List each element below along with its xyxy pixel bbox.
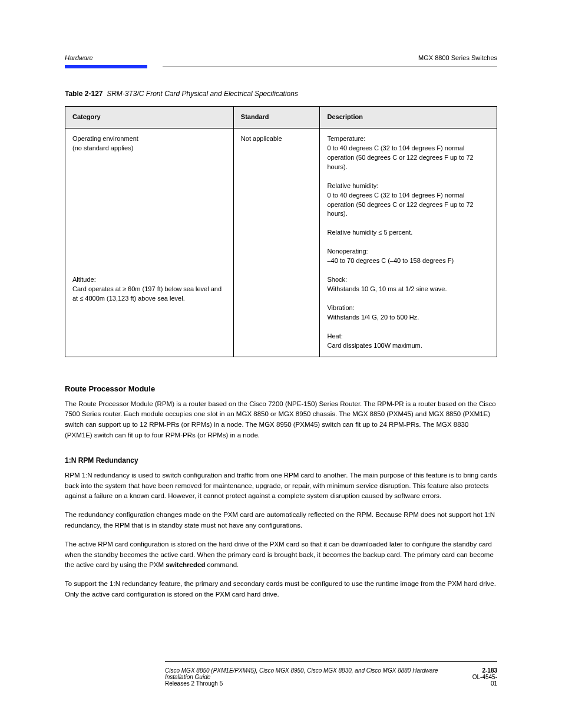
footer-left: Cisco MGX 8850 (PXM1E/PXM45), Cisco MGX … (165, 667, 468, 687)
cell-category: Operating environment (no standard appli… (65, 128, 234, 357)
para-2: The redundancy configuration changes mad… (65, 510, 497, 531)
footer: Cisco MGX 8850 (PXM1E/PXM45), Cisco MGX … (165, 667, 497, 687)
table-row: Operating environment (no standard appli… (65, 128, 497, 357)
footer-rule (165, 661, 497, 662)
para-3: The active RPM card configuration is sto… (65, 539, 497, 571)
para-4: To support the 1:N redundancy feature, t… (65, 579, 497, 600)
th-category: Category (65, 107, 234, 129)
table-caption: Table 2-127 SRM-3T3/C Front Card Physica… (65, 90, 497, 98)
specs-table: Category Standard Description Operating … (65, 106, 497, 357)
header-section: Hardware (65, 54, 93, 61)
cell-description: Temperature: 0 to 40 degrees C (32 to 10… (320, 128, 497, 357)
th-description: Description (320, 107, 497, 129)
header-subject: MGX 8800 Series Switches (418, 54, 497, 61)
section-title: Route Processor Module (65, 384, 497, 393)
para-1: RPM 1:N redundancy is used to switch con… (65, 470, 497, 502)
table-header-row: Category Standard Description (65, 107, 497, 129)
rule-blue (65, 65, 147, 68)
rule-black (163, 67, 497, 67)
cell-standard: Not applicable (233, 128, 320, 357)
header-rules (65, 65, 497, 68)
section-subhead: 1:N RPM Redundancy (65, 456, 497, 465)
th-standard: Standard (233, 107, 320, 129)
section-intro: The Route Processor Module (RPM) is a ro… (65, 399, 497, 441)
footer-right: 2-183 OL-4545-01 (468, 667, 497, 687)
